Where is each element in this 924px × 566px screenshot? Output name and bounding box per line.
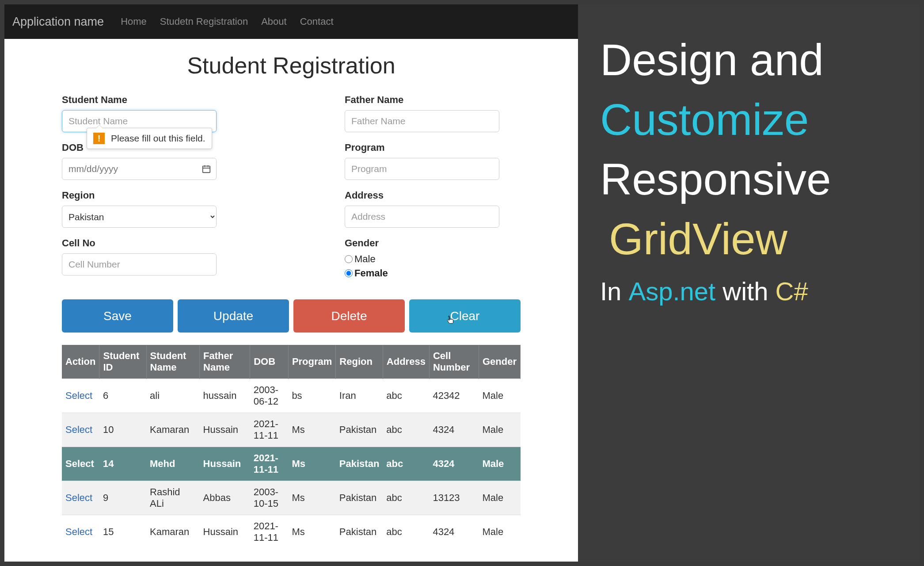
grid-header: Cell Number <box>429 345 479 379</box>
dob-input[interactable] <box>62 158 217 180</box>
grid-cell: 2021-11-11 <box>250 447 289 481</box>
clear-button[interactable]: Clear <box>409 299 521 333</box>
grid-cell: Male <box>479 379 520 413</box>
nav-registration[interactable]: Studetn Registration <box>160 16 248 27</box>
side-l2: Customize <box>600 95 809 144</box>
select-link[interactable]: Select <box>65 424 92 435</box>
page-title: Student Registration <box>62 52 521 79</box>
student-name-label: Student Name <box>62 94 217 106</box>
grid-cell: Select <box>62 413 99 447</box>
data-grid: ActionStudent IDStudent NameFather NameD… <box>62 345 521 549</box>
grid-cell: Mehd <box>146 447 200 481</box>
grid-cell: 2003-06-12 <box>250 379 289 413</box>
grid-cell: 2021-11-11 <box>250 515 289 549</box>
nav-about[interactable]: About <box>261 16 287 27</box>
grid-cell: abc <box>383 413 429 447</box>
grid-cell: Select <box>62 481 99 515</box>
program-input[interactable] <box>345 158 499 180</box>
update-button[interactable]: Update <box>178 299 289 333</box>
grid-cell: Abbas <box>200 481 250 515</box>
app-pane: Application name Home Studetn Registrati… <box>4 4 578 562</box>
grid-cell: Male <box>479 481 520 515</box>
grid-cell: Hussain <box>200 413 250 447</box>
grid-header: Father Name <box>200 345 250 379</box>
gender-male-label[interactable]: Male <box>354 253 376 265</box>
nav-home[interactable]: Home <box>121 16 147 27</box>
select-link[interactable]: Select <box>65 390 92 401</box>
calendar-icon[interactable] <box>202 164 211 174</box>
table-row: Select9Rashid ALiAbbas2003-10-15MsPakist… <box>62 481 521 515</box>
grid-cell: abc <box>383 447 429 481</box>
grid-cell: 2003-10-15 <box>250 481 289 515</box>
grid-cell: 2021-11-11 <box>250 413 289 447</box>
grid-cell: 4324 <box>429 515 479 549</box>
table-row: Select10KamaranHussain2021-11-11MsPakist… <box>62 413 521 447</box>
grid-cell: Male <box>479 413 520 447</box>
grid-cell: ali <box>146 379 200 413</box>
table-row: Select15KamaranHussain2021-11-11MsPakist… <box>62 515 521 549</box>
father-name-label: Father Name <box>345 94 499 106</box>
grid-cell: 13123 <box>429 481 479 515</box>
validation-text: Please fill out this field. <box>111 133 205 144</box>
address-input[interactable] <box>345 206 499 228</box>
grid-header: Student ID <box>99 345 146 379</box>
grid-cell: Pakistan <box>336 413 383 447</box>
side-in: In <box>600 277 629 306</box>
side-cs: C# <box>776 277 808 306</box>
side-l3: Responsive <box>600 154 831 204</box>
grid-cell: Select <box>62 515 99 549</box>
grid-cell: hussain <box>200 379 250 413</box>
grid-cell: bs <box>288 379 335 413</box>
grid-header: Address <box>383 345 429 379</box>
grid-header: Region <box>336 345 383 379</box>
grid-cell: Hussain <box>200 515 250 549</box>
cell-label: Cell No <box>62 237 217 249</box>
gender-label: Gender <box>345 237 499 249</box>
grid-cell: Ms <box>288 413 335 447</box>
side-with: with <box>715 277 775 306</box>
grid-cell: 14 <box>99 447 146 481</box>
region-label: Region <box>62 190 217 201</box>
grid-header: Program <box>288 345 335 379</box>
grid-cell: Select <box>62 379 99 413</box>
region-select[interactable]: Pakistan <box>62 206 217 228</box>
grid-cell: Pakistan <box>336 515 383 549</box>
grid-header: Gender <box>479 345 520 379</box>
grid-header: Action <box>62 345 99 379</box>
address-label: Address <box>345 190 499 201</box>
gender-female-label[interactable]: Female <box>354 268 388 279</box>
gender-female-radio[interactable] <box>345 269 353 277</box>
title-pane: Design and Customize Responsive GridView… <box>578 4 920 562</box>
svg-rect-0 <box>203 166 210 173</box>
side-l4: GridView <box>609 214 787 264</box>
grid-cell: abc <box>383 481 429 515</box>
grid-cell: Pakistan <box>336 481 383 515</box>
gender-male-radio[interactable] <box>345 255 353 263</box>
cell-input[interactable] <box>62 253 217 275</box>
warning-icon: ! <box>93 133 105 144</box>
grid-cell: 9 <box>99 481 146 515</box>
grid-cell: 10 <box>99 413 146 447</box>
grid-header: Student Name <box>146 345 200 379</box>
grid-header: DOB <box>250 345 289 379</box>
grid-cell: Ms <box>288 515 335 549</box>
nav-contact[interactable]: Contact <box>300 16 334 27</box>
grid-cell: 6 <box>99 379 146 413</box>
grid-cell: 15 <box>99 515 146 549</box>
select-link[interactable]: Select <box>65 458 94 469</box>
father-name-input[interactable] <box>345 110 499 132</box>
grid-cell: 4324 <box>429 447 479 481</box>
grid-cell: 42342 <box>429 379 479 413</box>
grid-cell: Iran <box>336 379 383 413</box>
save-button[interactable]: Save <box>62 299 173 333</box>
select-link[interactable]: Select <box>65 492 92 503</box>
grid-cell: Male <box>479 515 520 549</box>
select-link[interactable]: Select <box>65 526 92 537</box>
grid-cell: Kamaran <box>146 515 200 549</box>
side-asp: Asp.net <box>629 277 716 306</box>
navbar: Application name Home Studetn Registrati… <box>4 4 578 39</box>
grid-cell: Ms <box>288 481 335 515</box>
navbar-brand[interactable]: Application name <box>9 15 107 29</box>
delete-button[interactable]: Delete <box>293 299 405 333</box>
grid-cell: 4324 <box>429 413 479 447</box>
